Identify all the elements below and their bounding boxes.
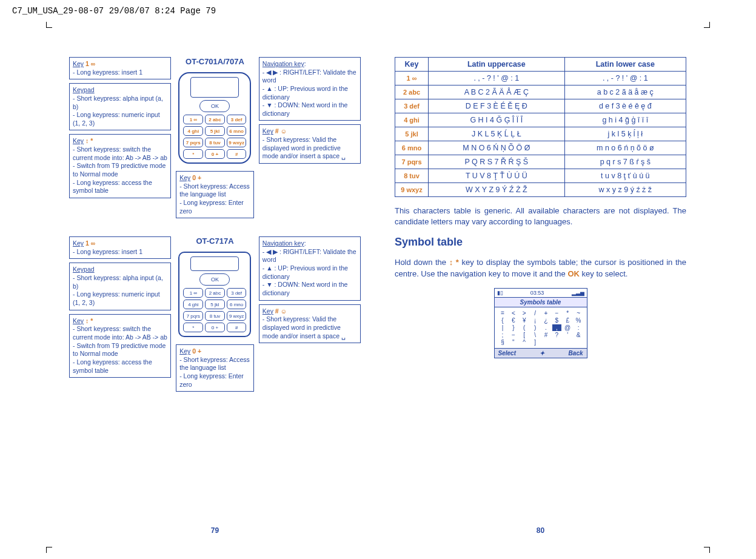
- diagram-ot-c701a: Key 1 ∞ Long keypress: insert 1 Keypad S…: [69, 57, 361, 218]
- page-left: Key 1 ∞ Long keypress: insert 1 Keypad S…: [52, 42, 378, 540]
- phone-illustration: OK 1 ∞ 2 abc 3 def 4 ghi 5 jkl 6 mno 7 p…: [178, 252, 251, 337]
- crop-mark: [46, 547, 52, 553]
- print-header-meta: C7_UM_USA_29-08-07 29/08/07 8:24 Page 79: [12, 6, 216, 16]
- page-number: 79: [52, 526, 378, 535]
- diagram-title: OT-C717A: [196, 236, 233, 246]
- symbol-table-text: Hold down the ↕ * key to display the sym…: [395, 257, 686, 279]
- table-row: 8 tuvT U V 8 Ţ Ť Ù Ú Üt u v 8 ţ ť ù ú ü: [395, 169, 686, 183]
- crop-mark: [46, 22, 52, 28]
- table-row: 7 pqrsP Q R S 7 Ř Ŕ Ş Šp q r s 7 ß ŕ ş š: [395, 155, 686, 169]
- callout-key-hash: Key # ☺ Short keypress: Valid the displa…: [259, 124, 361, 164]
- table-row: 9 wxyzW X Y Z 9 Ý Ź Ż Žw x y z 9 ý ź ż ž: [395, 183, 686, 197]
- char-table-note: This characters table is generic. All av…: [395, 206, 686, 227]
- table-row: 4 ghiG H I 4 Ğ Ģ Î Ï Īg h i 4 ğ ģ î ï ī: [395, 113, 686, 127]
- page-right: Key Latin uppercase Latin lower case 1 ∞…: [378, 42, 703, 540]
- symbols-screenshot: ▮▯ 03:53 ▂▃▅ Symbols table =<>/+−*~{€¥¡¿…: [494, 288, 587, 358]
- symbol-table-heading: Symbol table: [395, 236, 686, 249]
- nav-ok-button: OK: [199, 273, 230, 286]
- callout-key0: Key 0 + Short keypress: Access the langu…: [176, 344, 254, 392]
- softkey-back: Back: [569, 350, 583, 356]
- phone-keypad: 1 ∞ 2 abc 3 def 4 ghi 5 jkl 6 mno 7 pqrs…: [183, 115, 246, 159]
- diagram-ot-c717a: Key 1 ∞ Long keypress: insert 1 Keypad S…: [69, 236, 361, 392]
- table-row: 1 ∞. , - ? ! ' @ : 1. , - ? ! ' @ : 1: [395, 72, 686, 85]
- callout-key-hash: Key # ☺ Short keypress: Valid the displa…: [259, 304, 361, 344]
- crop-mark: [704, 547, 710, 553]
- table-row: 2 abcA B C 2 Ã Ä Å Æ Ça b c 2 ã ä å æ ç: [395, 85, 686, 99]
- table-row: 5 jklJ K L 5 Ķ Ĺ Ļ Łj k l 5 ķ ĺ ļ ł: [395, 127, 686, 141]
- nav-indicator-icon: ✦: [540, 350, 544, 356]
- diagram-title: OT-C701A/707A: [186, 57, 244, 66]
- callout-navkey: Navigation key: ◀ ▶ : RIGHT/LEFT: Valida…: [259, 236, 361, 300]
- phone-keypad: 1 ∞ 2 abc 3 def 4 ghi 5 jkl 6 mno 7 pqrs…: [183, 288, 246, 332]
- callout-navkey: Navigation key: ◀ ▶ : RIGHT/LEFT: Valida…: [259, 57, 361, 121]
- softkey-select: Select: [498, 350, 516, 356]
- phone-illustration: OK 1 ∞ 2 abc 3 def 4 ghi 5 jkl 6 mno 7 p…: [178, 72, 251, 164]
- page-number: 80: [378, 526, 703, 535]
- table-row: 6 mnoM N O 6 Ń Ņ Õ Ö Øm n o 6 ń ņ õ ö ø: [395, 141, 686, 155]
- callout-keypad: Keypad Short keypress: alpha input (a, b…: [69, 83, 171, 130]
- callout-key-mode: Key ↕ * Short keypress: switch the curre…: [69, 134, 171, 198]
- callout-key1: Key 1 ∞ Long keypress: insert 1: [69, 236, 171, 259]
- callout-key1: Key 1 ∞ Long keypress: insert 1: [69, 57, 171, 79]
- callout-keypad: Keypad Short keypress: alpha input (a, b…: [69, 263, 171, 310]
- nav-ok-button: OK: [199, 100, 230, 112]
- callout-key-mode: Key ↕ * Short keypress: switch the curre…: [69, 314, 171, 378]
- crop-mark: [704, 22, 710, 28]
- character-table: Key Latin uppercase Latin lower case 1 ∞…: [395, 57, 686, 197]
- table-row: 3 defD E F 3 È É Ě Ę Đd e f 3 è é ě ę đ: [395, 99, 686, 113]
- battery-icon: ▮▯: [497, 290, 503, 296]
- callout-key0: Key 0 + Short keypress: Access the langu…: [176, 171, 254, 218]
- signal-icon: ▂▃▅: [572, 290, 584, 296]
